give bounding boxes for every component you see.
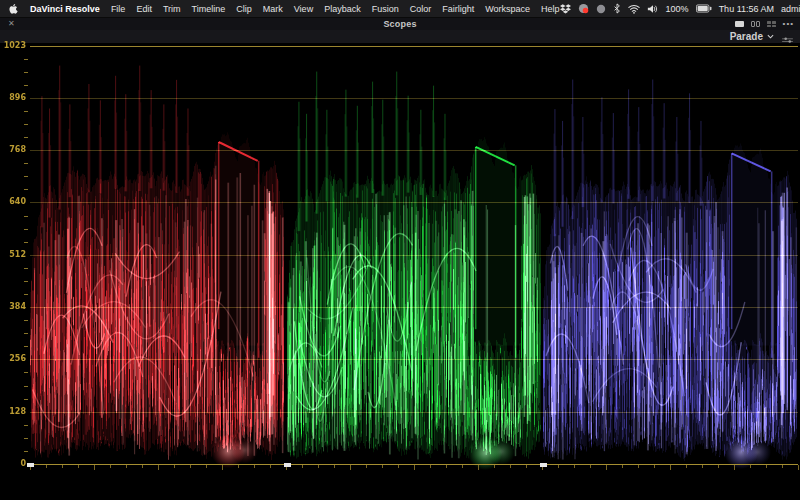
volume-icon[interactable] — [647, 4, 659, 14]
app-menus: DaVinci ResolveFileEditTrimTimelineClipM… — [30, 4, 560, 14]
menu-item[interactable]: Clip — [236, 4, 252, 14]
scopes-toolbar: Parade — [0, 30, 800, 43]
menu-item[interactable]: Edit — [136, 4, 152, 14]
battery-percent[interactable]: 100% — [666, 4, 689, 14]
y-axis-label: 256 — [0, 354, 26, 363]
menu-item[interactable]: Help — [541, 4, 560, 14]
menu-item[interactable]: DaVinci Resolve — [30, 4, 100, 14]
y-axis-label: 512 — [0, 250, 26, 259]
menu-item[interactable]: View — [294, 4, 313, 14]
macos-menu-bar: DaVinci ResolveFileEditTrimTimelineClipM… — [0, 0, 800, 18]
menu-item[interactable]: Trim — [163, 4, 181, 14]
layout-quad-icon[interactable] — [767, 21, 776, 27]
y-axis-label: 640 — [0, 197, 26, 206]
scope-mode-label: Parade — [730, 31, 763, 42]
menu-clock[interactable]: Thu 11:56 AM — [719, 4, 774, 14]
menu-item[interactable]: Fusion — [372, 4, 399, 14]
y-axis-label: 896 — [0, 93, 26, 102]
scope-mode-dropdown[interactable]: Parade — [730, 30, 774, 43]
layout-dual-icon[interactable] — [751, 21, 760, 27]
menu-item[interactable]: File — [111, 4, 126, 14]
waveform-scope: 10238967686405123842561280 — [0, 43, 800, 500]
menu-item[interactable]: Color — [410, 4, 432, 14]
screen-recording-icon[interactable] — [578, 3, 589, 14]
window-title: Scopes — [0, 18, 800, 30]
layout-single-icon[interactable] — [735, 21, 744, 27]
apple-logo-icon[interactable] — [8, 3, 18, 15]
menu-item[interactable]: Mark — [263, 4, 283, 14]
status-circle-icon[interactable] — [596, 4, 606, 14]
menu-item[interactable]: Timeline — [192, 4, 226, 14]
titlebar-actions: ••• — [735, 18, 794, 30]
battery-icon[interactable] — [696, 4, 712, 13]
dropbox-icon[interactable] — [560, 4, 571, 14]
menu-item[interactable]: Playback — [324, 4, 361, 14]
wifi-icon[interactable] — [628, 4, 640, 14]
bluetooth-icon[interactable] — [613, 3, 621, 14]
y-axis-label: 128 — [0, 407, 26, 416]
menu-item[interactable]: Fairlight — [442, 4, 474, 14]
y-axis-label: 768 — [0, 145, 26, 154]
menu-item[interactable]: Workspace — [485, 4, 530, 14]
menu-user[interactable]: admin — [781, 4, 800, 14]
y-axis-label: 384 — [0, 302, 26, 311]
rgb-parade-waveform — [0, 43, 800, 500]
scopes-titlebar: ✕ Scopes ••• — [0, 18, 800, 30]
y-axis-label: 1023 — [0, 41, 26, 50]
screen: DaVinci ResolveFileEditTrimTimelineClipM… — [0, 0, 800, 500]
chevron-down-icon — [767, 34, 774, 39]
more-options-icon[interactable]: ••• — [783, 18, 794, 30]
menu-status-area: 100% Thu 11:56 AM admin — [560, 3, 800, 14]
y-axis-label: 0 — [0, 459, 26, 468]
